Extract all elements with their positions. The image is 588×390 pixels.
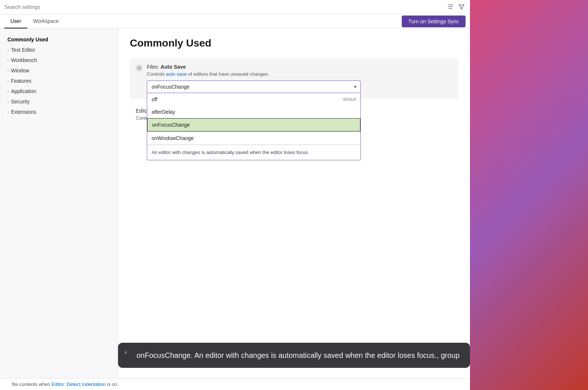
main-layout: Commonly Used › Text Editor › Workbench … [0,28,470,378]
auto-save-select[interactable]: off afterDelay onFocusChange onWindowCha… [147,81,361,93]
bottom-tooltip: × onFocusChange. An editor with changes … [118,343,470,368]
dropdown-option-after-delay[interactable]: afterDelay [147,106,360,118]
dropdown-option-on-window-change[interactable]: onWindowChange [147,132,360,144]
search-icons [446,3,466,11]
svg-point-3 [138,67,140,69]
setting-label-prefix: Files: [147,64,160,70]
detect-indentation-link[interactable]: Editor: Detect Indentation [52,382,106,387]
sidebar-item-commonly-used[interactable]: Commonly Used [0,34,118,45]
bottom-bar: file contents when Editor: Detect Indent… [0,378,470,390]
tab-user[interactable]: User [4,14,27,28]
option-default-tag: default [343,97,356,102]
bottom-bar-prefix: file contents when [12,382,52,387]
chevron-icon: › [7,68,9,73]
sidebar-item-extensions[interactable]: › Extensions [0,107,118,117]
setting-label-bold: Auto Save [160,64,186,70]
sidebar-item-workbench[interactable]: › Workbench [0,55,118,65]
tooltip-text: onFocusChange. An editor with changes is… [136,351,460,359]
chevron-icon: › [7,58,9,62]
option-label-after-delay: afterDelay [152,109,175,115]
chevron-icon: › [7,110,9,114]
search-input-wrapper [4,4,443,10]
sidebar-item-window[interactable]: › Window [0,65,118,76]
setting-desc-prefix: Controls [147,71,166,77]
sidebar-item-features[interactable]: › Features [0,76,118,86]
setting-content: Files: Auto Save Controls auto save of e… [147,64,452,93]
content-area: Commonly Used Files: Auto Save Controls … [118,28,470,378]
gear-icon [136,65,142,73]
setting-label: Files: Auto Save [147,64,452,70]
search-bar [0,0,470,14]
sidebar-item-security[interactable]: › Security [0,96,118,107]
sidebar-item-label: Window [11,68,30,73]
chevron-icon: › [7,99,9,104]
option-label-on-focus-change: onFocusChange [152,122,190,128]
dropdown-list: off default afterDelay onFocusChange [147,93,361,160]
sidebar-item-label: Text Editor [11,47,35,53]
auto-save-setting-row: Files: Auto Save Controls auto save of e… [130,58,458,99]
tabs-left: User Workspace [4,14,65,28]
dropdown-option-off[interactable]: off default [147,93,360,106]
sidebar-item-application[interactable]: › Application [0,86,118,96]
tab-workspace[interactable]: Workspace [27,14,65,28]
bottom-bar-suffix: is on. [106,382,118,387]
dropdown-tooltip-text: An editor with changes is automatically … [147,145,360,160]
sync-button[interactable]: Turn on Settings Sync [402,16,466,27]
chevron-icon: › [7,79,9,83]
dropdown-wrapper: off afterDelay onFocusChange onWindowCha… [147,81,361,93]
sidebar-item-label: Features [11,78,31,84]
sidebar-item-label: Extensions [11,109,36,115]
section-title: Commonly Used [130,37,458,49]
sidebar-item-label: Workbench [11,57,37,63]
sidebar-item-label: Application [11,88,37,94]
setting-desc-suffix: of editors that have unsaved changes. [187,71,269,77]
chevron-icon: › [7,48,9,52]
chevron-icon: › [7,89,9,93]
sidebar-item-label: Commonly Used [7,37,48,42]
auto-save-link[interactable]: auto save [166,71,187,77]
option-label-on-window-change: onWindowChange [152,135,194,141]
tabs-row: User Workspace Turn on Settings Sync [0,14,470,28]
sidebar-item-text-editor[interactable]: › Text Editor [0,45,118,55]
setting-desc: Controls auto save of editors that have … [147,71,452,77]
dropdown-option-on-focus-change[interactable]: onFocusChange [147,118,360,131]
search-input[interactable] [4,4,443,10]
option-label-off: off [152,96,157,102]
tooltip-close-button[interactable]: × [124,349,127,356]
filter-icon[interactable] [457,3,466,11]
sidebar-item-label: Security [11,99,30,105]
sidebar: Commonly Used › Text Editor › Workbench … [0,28,118,378]
list-filter-icon[interactable] [446,3,454,11]
